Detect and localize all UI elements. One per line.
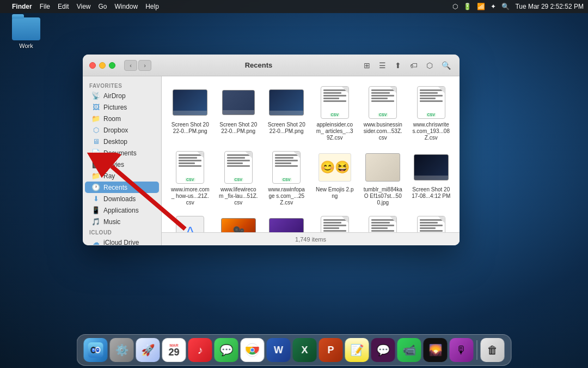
- menu-view[interactable]: View: [77, 3, 91, 10]
- sidebar-item-applications[interactable]: 📱 Applications: [85, 204, 159, 216]
- finder-titlebar: ‹ › Recents ⊞ ☰ ⬆ 🏷 ⬡ 🔍: [83, 55, 460, 76]
- dock-item-facetime[interactable]: 📹: [397, 338, 421, 362]
- datetime: Tue Mar 29 2:52:52 PM: [515, 3, 584, 10]
- ppt-icon: P: [327, 345, 334, 356]
- sidebar-item-ray[interactable]: 📁 Ray: [85, 170, 159, 182]
- sidebar-item-room-label: Room: [103, 115, 121, 123]
- sidebar-item-movies[interactable]: 🎬 Movies: [85, 159, 159, 170]
- svg-point-13: [251, 348, 254, 352]
- dock-item-photos[interactable]: 🌄: [424, 338, 448, 362]
- minimize-button[interactable]: [99, 62, 106, 69]
- share-button[interactable]: ⬆: [393, 60, 403, 71]
- file-item-csv9[interactable]: CSV www.imore.com_ how-get...03Z.csv: [409, 213, 454, 232]
- file-item-csv4[interactable]: CSV www.imore.com_ how-us...21Z.csv: [168, 148, 212, 208]
- sidebar-item-desktop[interactable]: 🖥 Desktop: [85, 136, 159, 147]
- file-item-ss4[interactable]: Screen Shot 2017-08...4:12 PM: [409, 148, 454, 208]
- dock-item-messages[interactable]: 💬: [215, 338, 238, 362]
- close-button[interactable]: [89, 62, 96, 69]
- file-name-csv6: www.rawinfopage s.com_...25Z.csv: [267, 186, 307, 206]
- file-item-bullet[interactable]: 🎥 the bullet: [217, 213, 261, 232]
- file-item-csv6[interactable]: CSV www.rawinfopage s.com_...25Z.csv: [265, 148, 309, 208]
- file-item-ss2[interactable]: Screen Shot 2022-0...PM.png: [217, 83, 261, 143]
- back-button[interactable]: ‹: [124, 60, 137, 71]
- sidebar-item-icloud-drive[interactable]: ☁ iCloud Drive: [85, 237, 159, 245]
- file-name-csv5: www.lifewirecom _fix-lau...51Z.csv: [219, 186, 259, 206]
- tag-button[interactable]: 🏷: [408, 60, 420, 71]
- file-thumb-csv6: CSV: [269, 150, 304, 185]
- file-name-ss3: Screen Shot 2022-0...PM.png: [267, 122, 307, 135]
- menu-file[interactable]: File: [40, 3, 50, 10]
- menu-help[interactable]: Help: [145, 3, 159, 10]
- file-name-csv3: www.chriswrites.com_193...08Z.csv: [412, 122, 451, 141]
- ray-icon: 📁: [91, 172, 100, 180]
- music-icon: 🎵: [91, 218, 100, 226]
- view-icon-button[interactable]: ⊞: [362, 60, 372, 71]
- dock-item-powerpoint[interactable]: P: [319, 338, 343, 362]
- dock-item-chrome[interactable]: [241, 338, 265, 362]
- file-thumb-emoji: 😊😆: [317, 150, 352, 185]
- dock-item-calendar[interactable]: MAR 29: [162, 338, 186, 362]
- file-item-csv7[interactable]: CSV www.techbout.co m_send...33Z.csv: [313, 213, 357, 232]
- pictures-icon: 🖼: [91, 103, 100, 111]
- file-thumb-ss3: [269, 85, 304, 120]
- dock-item-music[interactable]: ♪: [188, 338, 212, 362]
- file-item-csv5[interactable]: CSV www.lifewirecom _fix-lau...51Z.csv: [217, 148, 261, 208]
- app-name: Finder: [12, 3, 32, 10]
- file-item-invictus[interactable]: A invictus: [168, 213, 212, 232]
- search-menubar-icon[interactable]: 🔍: [501, 3, 510, 10]
- sidebar-item-dropbox[interactable]: ⬡ Dropbox: [85, 124, 159, 136]
- dock-item-slack[interactable]: 💬: [371, 338, 395, 362]
- sidebar-item-downloads-label: Downloads: [103, 195, 136, 203]
- file-thumb-csv8: CSV: [365, 215, 400, 232]
- sidebar-item-pictures[interactable]: 🖼 Pictures: [85, 101, 159, 113]
- desktop-folder-work[interactable]: Work: [7, 17, 46, 49]
- file-item-csv8[interactable]: CSV www.businessinsider.com...17Z.csv: [361, 213, 405, 232]
- file-thumb-bullet: 🎥: [221, 215, 256, 232]
- dock-item-word[interactable]: W: [267, 338, 291, 362]
- menu-go[interactable]: Go: [99, 3, 107, 10]
- dock-item-excel[interactable]: X: [293, 338, 317, 362]
- dock-item-notes[interactable]: 📝: [345, 338, 369, 362]
- dock-item-podcasts[interactable]: 🎙: [450, 338, 474, 362]
- file-item-ss3[interactable]: Screen Shot 2022-0...PM.png: [265, 83, 309, 143]
- file-item-ss1[interactable]: Screen Shot 2022-0...PM.png: [168, 83, 212, 143]
- favorites-label: Favorites: [83, 81, 161, 90]
- sidebar-item-music[interactable]: 🎵 Music: [85, 216, 159, 227]
- dock-item-trash[interactable]: 🗑: [481, 338, 505, 362]
- applications-icon: 📱: [91, 206, 100, 214]
- dock-item-launchpad[interactable]: 🚀: [136, 338, 160, 362]
- file-item-csv2[interactable]: CSV www.businessinsider.com...53Z.csv: [361, 83, 405, 143]
- file-name-csv2: www.businessinsider.com...53Z.csv: [363, 122, 403, 141]
- sidebar-item-airdrop[interactable]: 📡 AirDrop: [85, 90, 159, 101]
- maximize-button[interactable]: [109, 62, 115, 69]
- messages-icon: 💬: [219, 343, 233, 357]
- traffic-lights: [89, 62, 115, 69]
- battery-icon: 🔋: [463, 3, 471, 10]
- menu-edit[interactable]: Edit: [58, 3, 69, 10]
- search-button[interactable]: 🔍: [439, 60, 453, 71]
- file-item-csv1[interactable]: CSV appleinsider.com_ articles_...39Z.cs…: [313, 83, 357, 143]
- room-icon: 📁: [91, 114, 100, 123]
- file-item-tumblr1[interactable]: tumblr_mi884kaO Ef1s07st...500.jpg: [361, 148, 405, 208]
- sidebar-item-recents[interactable]: 🕐 Recents: [85, 182, 159, 193]
- file-name-csv1: appleinsider.com_ articles_...39Z.csv: [315, 122, 355, 141]
- forward-button[interactable]: ›: [138, 60, 151, 71]
- dropbox-button[interactable]: ⬡: [424, 60, 435, 71]
- dock-item-finder[interactable]: [84, 338, 108, 362]
- dock-item-settings[interactable]: ⚙️: [110, 338, 134, 362]
- file-thumb-ss2: [221, 85, 256, 120]
- sidebar-item-downloads[interactable]: ⬇ Downloads: [85, 193, 159, 204]
- sidebar-item-documents[interactable]: 📄 Documents: [85, 147, 159, 159]
- downloads-icon: ⬇: [91, 195, 100, 203]
- file-thumb-ss1: [173, 85, 207, 120]
- menu-window[interactable]: Window: [115, 3, 138, 10]
- file-item-csv3[interactable]: CSV www.chriswrites.com_193...08Z.csv: [409, 83, 454, 143]
- file-thumb-ss4: [414, 150, 449, 185]
- desktop: Finder File Edit View Go Window Help ⬡ 🔋…: [0, 0, 588, 368]
- file-thumb-invictus: A: [173, 215, 207, 232]
- file-item-tumblr2[interactable]: tumblr_bxfxu4nFz w1qceu...1280.jpg: [265, 213, 309, 232]
- view-list-button[interactable]: ☰: [377, 60, 388, 71]
- sidebar-item-room[interactable]: 📁 Room: [85, 113, 159, 124]
- notes-icon: 📝: [350, 343, 364, 357]
- file-item-emoji[interactable]: 😊😆 New Emojis 2.png: [313, 148, 357, 208]
